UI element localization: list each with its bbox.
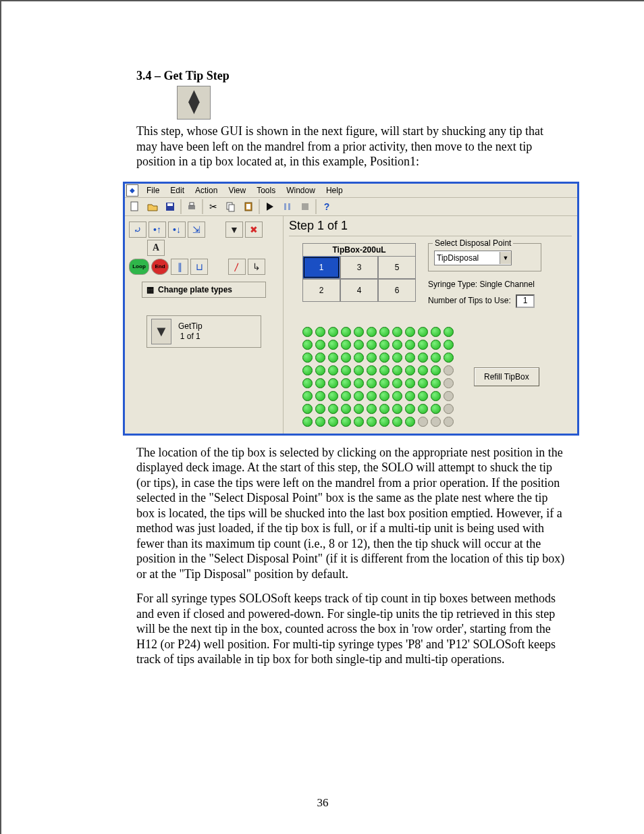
- tip-well[interactable]: [444, 365, 454, 375]
- menu-view[interactable]: View: [223, 185, 251, 196]
- open-file-icon[interactable]: [144, 199, 161, 215]
- deck-cell-6[interactable]: 6: [378, 279, 416, 302]
- tip-well[interactable]: [379, 391, 390, 401]
- tip-well[interactable]: [367, 353, 377, 363]
- tip-well[interactable]: [405, 327, 415, 337]
- branch-step-icon[interactable]: ↳: [248, 259, 265, 275]
- tip-well[interactable]: [444, 327, 454, 337]
- tip-well[interactable]: [341, 353, 351, 363]
- tip-well[interactable]: [315, 353, 325, 363]
- run-icon[interactable]: [261, 199, 279, 215]
- tip-well[interactable]: [444, 391, 454, 401]
- tip-well[interactable]: [392, 378, 402, 388]
- tip-well[interactable]: [341, 327, 351, 337]
- deck-cell-5[interactable]: 5: [378, 256, 416, 279]
- deck-cell-4[interactable]: 4: [340, 279, 378, 302]
- aspirate-step-icon[interactable]: •↑: [149, 221, 166, 238]
- tip-well[interactable]: [302, 340, 313, 350]
- tip-well[interactable]: [405, 365, 415, 375]
- tip-well[interactable]: [405, 417, 415, 427]
- dispense-step-icon[interactable]: •↓: [168, 221, 186, 238]
- tip-well[interactable]: [379, 378, 390, 388]
- tip-well[interactable]: [431, 327, 441, 337]
- tip-well[interactable]: [379, 365, 390, 375]
- tip-well[interactable]: [367, 404, 377, 414]
- menu-action[interactable]: Action: [190, 185, 223, 196]
- tip-well[interactable]: [444, 404, 454, 414]
- copy-icon[interactable]: [222, 199, 240, 215]
- tip-well[interactable]: [405, 378, 415, 388]
- tip-well[interactable]: [392, 404, 402, 414]
- tip-well[interactable]: [367, 391, 377, 401]
- tip-well[interactable]: [392, 340, 402, 350]
- paste-icon[interactable]: [240, 199, 257, 215]
- tip-well[interactable]: [392, 353, 402, 363]
- tip-well[interactable]: [392, 391, 402, 401]
- tip-well[interactable]: [444, 340, 454, 350]
- tip-well[interactable]: [431, 404, 441, 414]
- loop-start-step-icon[interactable]: Loop: [129, 259, 149, 275]
- tip-well[interactable]: [379, 340, 390, 350]
- tip-well[interactable]: [354, 391, 364, 401]
- shuck-tip-step-icon[interactable]: ✖: [245, 221, 263, 238]
- deck-cell-2[interactable]: 2: [302, 279, 340, 302]
- tip-well[interactable]: [341, 391, 351, 401]
- tip-well[interactable]: [367, 365, 377, 375]
- menu-tools[interactable]: Tools: [251, 185, 281, 196]
- pause-step-icon[interactable]: ∥: [171, 259, 188, 275]
- tip-well[interactable]: [405, 404, 415, 414]
- deck-cell-3[interactable]: 3: [340, 256, 378, 279]
- tip-well[interactable]: [328, 327, 338, 337]
- tip-well[interactable]: [315, 378, 325, 388]
- tip-well[interactable]: [418, 353, 428, 363]
- tip-well[interactable]: [431, 340, 441, 350]
- step-list-item[interactable]: ▼ GetTip 1 of 1: [146, 315, 261, 348]
- tip-well[interactable]: [405, 391, 415, 401]
- graph-step-icon[interactable]: 〳: [228, 259, 246, 275]
- tip-well[interactable]: [328, 404, 338, 414]
- tip-well[interactable]: [354, 404, 364, 414]
- tip-well[interactable]: [444, 353, 454, 363]
- tip-well[interactable]: [392, 417, 402, 427]
- tip-well[interactable]: [367, 327, 377, 337]
- tip-well[interactable]: [302, 327, 313, 337]
- tip-well[interactable]: [302, 391, 313, 401]
- tip-well[interactable]: [379, 327, 390, 337]
- menu-help[interactable]: Help: [321, 185, 348, 196]
- tip-well[interactable]: [341, 404, 351, 414]
- move-step-icon[interactable]: ⇲: [188, 221, 205, 238]
- tip-well[interactable]: [341, 417, 351, 427]
- save-icon[interactable]: [161, 199, 179, 215]
- tip-well[interactable]: [418, 365, 428, 375]
- print-icon[interactable]: [183, 199, 200, 215]
- tip-well[interactable]: [379, 353, 390, 363]
- tip-well[interactable]: [418, 327, 428, 337]
- tip-well[interactable]: [405, 340, 415, 350]
- tip-well[interactable]: [328, 340, 338, 350]
- stop-icon[interactable]: [296, 199, 314, 215]
- tip-well[interactable]: [328, 365, 338, 375]
- tip-well[interactable]: [341, 365, 351, 375]
- tip-well[interactable]: [367, 378, 377, 388]
- refill-tipbox-button[interactable]: Refill TipBox: [474, 367, 539, 386]
- tip-well[interactable]: [328, 391, 338, 401]
- tip-well[interactable]: [431, 417, 441, 427]
- tip-well[interactable]: [392, 365, 402, 375]
- loop-end-step-icon[interactable]: End: [151, 259, 169, 275]
- tip-well[interactable]: [431, 391, 441, 401]
- tip-well[interactable]: [354, 378, 364, 388]
- tip-well[interactable]: [341, 378, 351, 388]
- tip-well[interactable]: [341, 340, 351, 350]
- tip-well[interactable]: [354, 365, 364, 375]
- tip-well[interactable]: [302, 417, 313, 427]
- change-plate-types-button[interactable]: ▦ Change plate types: [142, 282, 266, 298]
- tip-well[interactable]: [405, 353, 415, 363]
- tip-well[interactable]: [418, 404, 428, 414]
- tip-well[interactable]: [315, 365, 325, 375]
- tip-well[interactable]: [418, 417, 428, 427]
- tip-well[interactable]: [431, 378, 441, 388]
- tip-well[interactable]: [315, 417, 325, 427]
- tip-well[interactable]: [328, 353, 338, 363]
- home-step-icon[interactable]: ⤾: [129, 221, 146, 238]
- tip-well[interactable]: [354, 327, 364, 337]
